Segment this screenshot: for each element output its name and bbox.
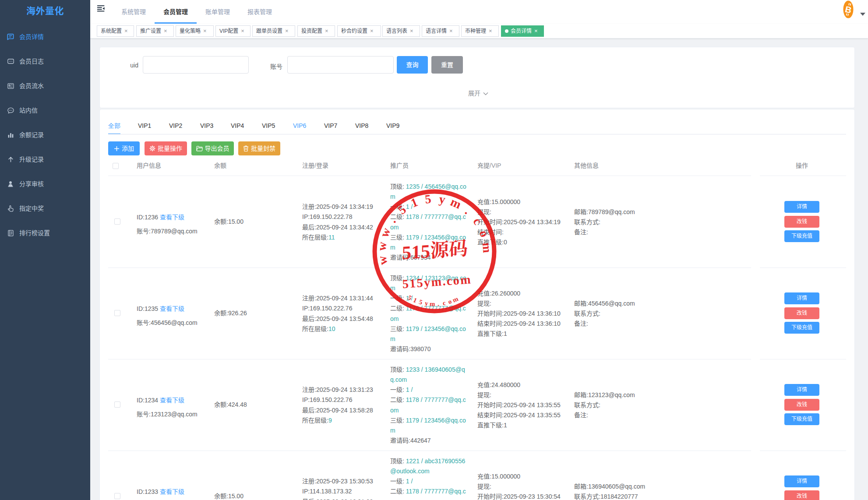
svg-text:w: w	[377, 225, 393, 239]
svg-text:c: c	[470, 215, 485, 227]
svg-text:515源码: 515源码	[402, 238, 468, 264]
svg-text:5: 5	[395, 202, 409, 217]
svg-text:m: m	[480, 242, 494, 253]
svg-text:1: 1	[409, 195, 420, 210]
svg-text:o: o	[477, 229, 492, 239]
svg-text:5: 5	[424, 192, 432, 206]
svg-text:.: .	[386, 215, 399, 225]
svg-text:5: 5	[418, 298, 423, 306]
svg-text:.: .	[462, 204, 473, 217]
svg-text:w: w	[375, 255, 390, 266]
svg-text:y: y	[438, 192, 446, 206]
svg-text:y: y	[424, 299, 429, 307]
svg-text:c: c	[442, 299, 446, 306]
svg-text:m: m	[452, 295, 459, 304]
svg-text:515ym.com: 515ym.com	[402, 272, 472, 291]
svg-text:1: 1	[413, 296, 418, 304]
svg-text:.: .	[437, 300, 439, 307]
svg-text:w: w	[375, 241, 389, 251]
svg-text:m: m	[430, 300, 436, 307]
svg-text:5: 5	[407, 294, 413, 302]
